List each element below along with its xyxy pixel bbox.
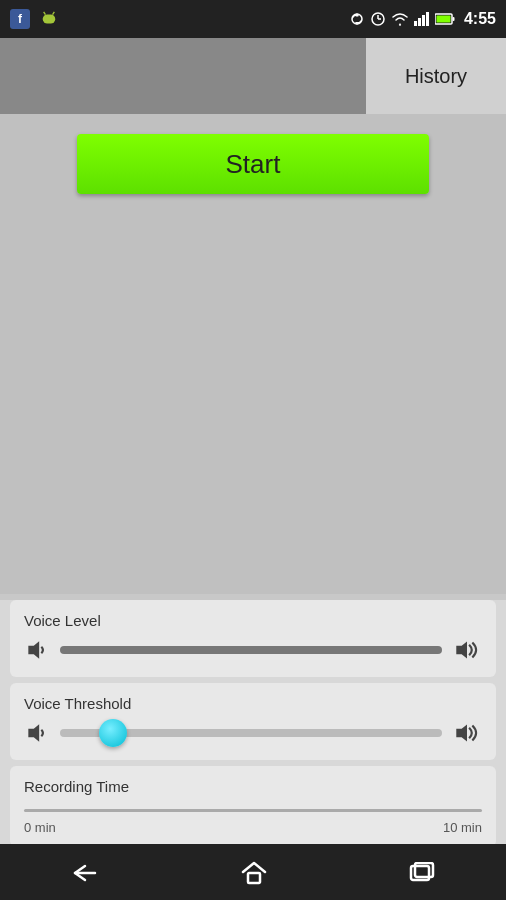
svg-rect-12 xyxy=(426,12,429,26)
voice-threshold-card: Voice Threshold xyxy=(10,683,496,760)
recording-time-range: 0 min 10 min xyxy=(24,820,482,835)
svg-marker-18 xyxy=(28,724,39,741)
svg-marker-16 xyxy=(28,641,39,658)
recording-time-track[interactable] xyxy=(24,809,482,812)
nav-bar xyxy=(0,844,506,900)
rotate-icon xyxy=(349,11,365,27)
voice-threshold-track[interactable] xyxy=(60,729,442,737)
voice-level-slider-row xyxy=(24,639,482,661)
svg-marker-17 xyxy=(456,641,467,658)
voice-level-card: Voice Level xyxy=(10,600,496,677)
svg-line-3 xyxy=(44,12,46,15)
voice-threshold-slider-row xyxy=(24,722,482,744)
voice-level-track[interactable] xyxy=(60,646,442,654)
voice-level-label: Voice Level xyxy=(24,612,482,629)
voice-threshold-label: Voice Threshold xyxy=(24,695,482,712)
clock-icon xyxy=(370,11,386,27)
speaker-low-icon xyxy=(24,639,50,661)
speaker-high-icon xyxy=(452,639,482,661)
back-button[interactable] xyxy=(71,859,99,885)
signal-icon xyxy=(414,12,430,26)
status-bar: f xyxy=(0,0,506,38)
start-button[interactable]: Start xyxy=(77,134,429,194)
threshold-speaker-high-icon xyxy=(452,722,482,744)
battery-icon xyxy=(435,13,455,25)
threshold-thumb[interactable] xyxy=(99,719,127,747)
svg-rect-9 xyxy=(414,21,417,26)
svg-rect-2 xyxy=(43,15,55,24)
threshold-speaker-low-icon xyxy=(24,722,50,744)
history-button[interactable]: History xyxy=(366,38,506,114)
recording-time-label: Recording Time xyxy=(24,778,482,795)
wifi-icon xyxy=(391,12,409,26)
status-right: 4:55 xyxy=(349,10,496,28)
android-icon xyxy=(38,11,60,27)
status-icons: f xyxy=(10,9,60,29)
recording-time-max: 10 min xyxy=(443,820,482,835)
svg-rect-10 xyxy=(418,18,421,26)
facebook-icon: f xyxy=(10,9,30,29)
recent-apps-icon xyxy=(409,862,435,884)
home-button[interactable] xyxy=(241,858,267,885)
controls-section: Voice Level Voice Threshold xyxy=(0,600,506,847)
back-icon xyxy=(71,862,99,884)
svg-line-4 xyxy=(53,12,55,15)
svg-rect-15 xyxy=(436,16,450,23)
recent-apps-button[interactable] xyxy=(409,859,435,885)
svg-rect-14 xyxy=(452,17,454,21)
recording-time-card: Recording Time 0 min 10 min xyxy=(10,766,496,847)
title-bar: History xyxy=(0,38,506,114)
time-display: 4:55 xyxy=(464,10,496,28)
main-content: Start xyxy=(0,114,506,594)
svg-marker-19 xyxy=(456,724,467,741)
svg-rect-21 xyxy=(248,873,260,883)
home-icon xyxy=(241,860,267,886)
svg-rect-11 xyxy=(422,15,425,26)
recording-time-min: 0 min xyxy=(24,820,56,835)
